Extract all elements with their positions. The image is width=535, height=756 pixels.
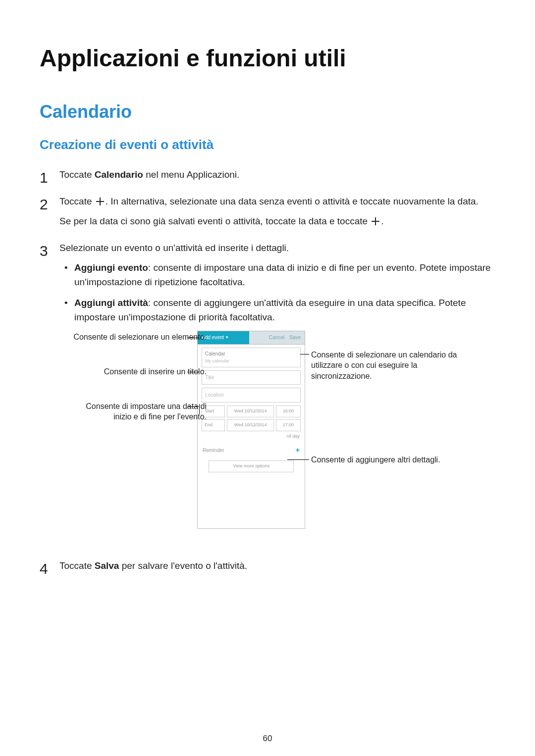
callout-select-calendar: Consente di selezionare un calendario da…: [311, 350, 460, 382]
bullet-aggiungi-attivita: Aggiungi attività: consente di aggiunger…: [64, 296, 495, 325]
mock-location-input: Location: [202, 388, 301, 403]
step-list: Toccate Calendario nel menu Applicazioni…: [40, 167, 495, 573]
bold-label: Aggiungi evento: [74, 262, 148, 273]
mock-title-input: Title: [202, 370, 301, 385]
text: Toccate: [59, 560, 95, 571]
section-title: Calendario: [40, 101, 495, 122]
plus-icon: [96, 197, 105, 206]
leader-line: [287, 459, 309, 460]
bullet-aggiungi-evento: Aggiungi evento: consente di impostare u…: [64, 260, 495, 290]
leader-line: [187, 372, 199, 372]
leader-line: [187, 406, 199, 407]
plus-icon: +: [296, 445, 300, 456]
text: Selezionate un evento o un'attività ed i…: [59, 241, 495, 255]
bold-salva: Salva: [95, 560, 119, 571]
text: nel menu Applicazioni.: [143, 169, 239, 180]
text: . In alternativa, selezionate una data s…: [106, 196, 479, 206]
mock-start-date: Wed 10/12/2014: [227, 405, 274, 417]
step-1: Toccate Calendario nel menu Applicazioni…: [40, 167, 495, 182]
mock-allday: All day: [198, 433, 300, 440]
leader-line: [199, 404, 200, 414]
mock-start-time: 16:00: [276, 405, 301, 417]
callout-enter-title: Consente di inserire un titolo.: [68, 366, 207, 377]
dropdown-icon: ▾: [226, 334, 228, 341]
leader-line: [300, 354, 309, 354]
mock-cancel: Cancel: [269, 334, 284, 342]
callout-figure: Add event ▾ Cancel Save Calendar My cale…: [59, 331, 495, 539]
mock-viewmore: View more options: [209, 460, 294, 472]
mock-reminder-label: Reminder: [203, 447, 224, 454]
mock-reminder-row: Reminder +: [203, 445, 300, 456]
phone-mock: Add event ▾ Cancel Save Calendar My cale…: [197, 331, 305, 529]
plus-icon: [371, 217, 380, 226]
bold-label: Aggiungi attività: [74, 298, 148, 308]
subsection-title: Creazione di eventi o attività: [40, 137, 495, 152]
mock-end-time: 17:00: [276, 419, 301, 431]
leader-line: [187, 338, 199, 338]
mock-save: Save: [289, 334, 301, 342]
text: Toccate: [59, 169, 95, 180]
text: Toccate: [59, 196, 95, 206]
mock-end-date: Wed 10/12/2014: [227, 419, 274, 431]
mock-tabbar: Add event ▾ Cancel Save: [198, 331, 305, 345]
page-title: Applicazioni e funzioni utili: [40, 45, 495, 72]
bold-calendario: Calendario: [95, 169, 143, 180]
mock-tab-actions: Cancel Save: [249, 331, 305, 344]
step-3: Selezionate un evento o un'attività ed i…: [40, 241, 495, 538]
mock-calendar-field: Calendar My calendar: [202, 348, 301, 367]
step-4: Toccate Salva per salvare l'evento o l'a…: [40, 558, 495, 573]
step-2: Toccate . In alternativa, selezionate un…: [40, 194, 495, 228]
mock-calendar-label: Calendar: [205, 350, 297, 358]
callout-more-details: Consente di aggiungere altri dettagli.: [311, 454, 460, 465]
text: Se per la data ci sono già salvati event…: [59, 216, 370, 226]
callout-select-item: Consente di selezionare un elemento.: [68, 332, 207, 343]
bullet-list: Aggiungi evento: consente di impostare u…: [64, 260, 495, 325]
text: per salvare l'evento o l'attività.: [119, 560, 247, 571]
callout-start-end-date: Consente di impostare una data di inizio…: [68, 401, 207, 422]
mock-calendar-sub: My calendar: [205, 358, 297, 365]
page-number: 60: [0, 734, 535, 744]
text: .: [381, 216, 383, 226]
